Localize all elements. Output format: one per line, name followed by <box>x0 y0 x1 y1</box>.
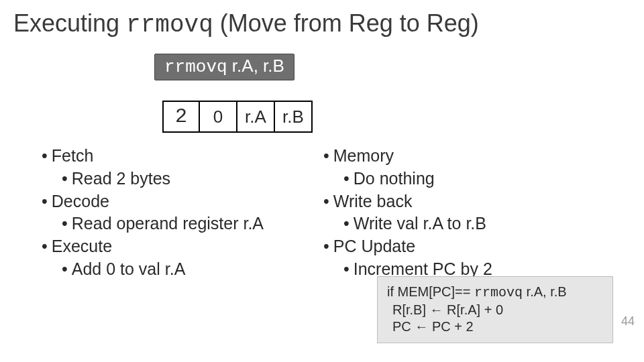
stage-memory-sub: Do nothing <box>323 168 578 190</box>
encoding-cell-1: 0 <box>200 101 237 133</box>
title-code: rrmovq <box>126 11 213 39</box>
encoding-cell-2: r.A <box>237 101 275 133</box>
stage-fetch: Fetch <box>42 145 323 168</box>
instruction-badge: rrmovq r.A, r.B <box>154 54 294 80</box>
stage-writeback: Write back <box>323 190 578 213</box>
stage-writeback-sub: Write val r.A to r.B <box>323 213 578 235</box>
stage-execute-sub: Add 0 to val r.A <box>42 258 323 281</box>
pseudo-line-2: R[r.B] ← R[r.A] + 0 <box>387 302 603 319</box>
slide: { "title": { "pre": "Executing ", "code"… <box>0 0 644 362</box>
pseudo-line-1: if MEM[PC]== rrmovq r.A, r.B <box>387 284 603 302</box>
stages-left: Fetch Read 2 bytes Decode Read operand r… <box>42 145 323 281</box>
badge-args: r.A, r.B <box>227 56 284 76</box>
stage-decode: Decode <box>42 190 323 213</box>
stage-execute: Execute <box>42 235 323 258</box>
pseudo-line-3: PC ← PC + 2 <box>387 318 603 336</box>
pseudocode-box: if MEM[PC]== rrmovq r.A, r.B R[r.B] ← R[… <box>377 276 613 343</box>
pseudo-l1-post: r.A, r.B <box>523 284 567 299</box>
stages-right: Memory Do nothing Write back Write val r… <box>323 145 578 281</box>
badge-code: rrmovq <box>164 57 227 77</box>
slide-title: Executing rrmovq (Move from Reg to Reg) <box>13 9 479 39</box>
title-post: (Move from Reg to Reg) <box>213 9 479 37</box>
stage-columns: Fetch Read 2 bytes Decode Read operand r… <box>42 145 617 281</box>
stage-decode-sub: Read operand register r.A <box>42 213 323 235</box>
stage-fetch-sub: Read 2 bytes <box>42 168 323 190</box>
title-pre: Executing <box>13 9 126 37</box>
page-number: 44 <box>621 314 635 328</box>
stage-memory: Memory <box>323 145 578 168</box>
encoding-cell-0: 2 <box>162 101 200 133</box>
pseudo-l1-code: rrmovq <box>474 285 523 300</box>
encoding-cell-3: r.B <box>275 101 313 133</box>
stage-pcupdate: PC Update <box>323 235 578 258</box>
pseudo-l1-pre: if MEM[PC]== <box>387 284 474 299</box>
encoding-row: 2 0 r.A r.B <box>162 101 313 133</box>
